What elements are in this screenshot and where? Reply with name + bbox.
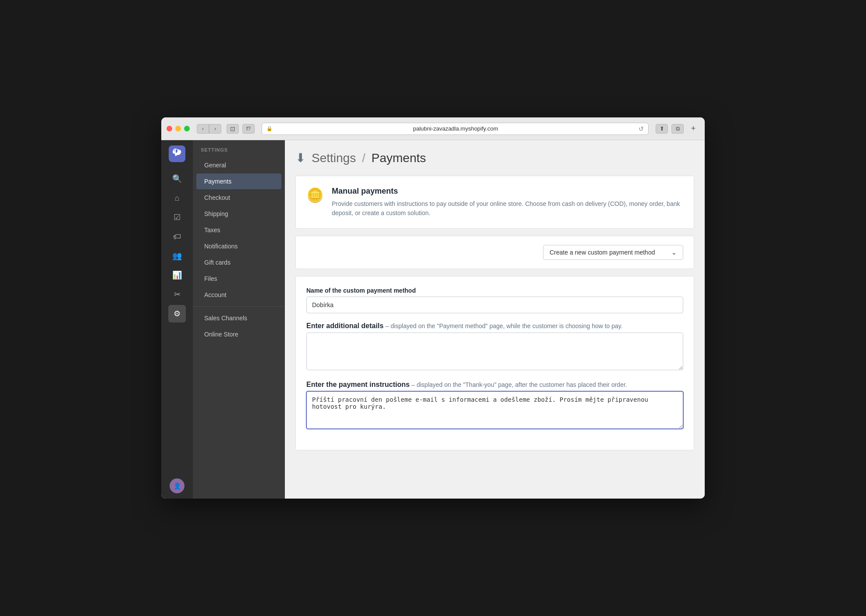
back-button[interactable]: ‹: [197, 124, 209, 134]
create-payment-section: Create a new custom payment method ⌄: [295, 236, 694, 269]
address-icon[interactable]: f?: [242, 124, 255, 134]
sidebar-item-home[interactable]: ⌂: [168, 189, 186, 207]
add-tab-button[interactable]: +: [687, 124, 699, 134]
additional-details-hint: – displayed on the "Payment method" page…: [385, 322, 622, 329]
additional-details-textarea[interactable]: [306, 333, 683, 370]
settings-item-payments[interactable]: Payments: [196, 173, 281, 189]
page-header: ⬇ Settings / Payments: [295, 151, 694, 165]
payment-instructions-textarea[interactable]: [306, 391, 683, 429]
create-dropdown-label: Create a new custom payment method: [550, 249, 655, 256]
traffic-lights: [167, 126, 190, 131]
manual-payments-title: Manual payments: [332, 187, 683, 196]
settings-sidebar: SETTINGS General Payments Checkout Shipp…: [193, 140, 285, 499]
name-field-input[interactable]: [306, 297, 683, 313]
settings-item-notifications[interactable]: Notifications: [196, 238, 281, 254]
settings-item-taxes[interactable]: Taxes: [196, 222, 281, 238]
tab-button[interactable]: ⧉: [671, 124, 684, 134]
lock-icon: 🔒: [266, 126, 273, 131]
manual-payments-description: Provide customers with instructions to p…: [332, 199, 683, 218]
sidebar-item-search[interactable]: 🔍: [168, 170, 186, 188]
shopify-logo[interactable]: [169, 145, 185, 162]
titlebar: ‹ › ⊡ f? 🔒 palubni-zavazadla.myshopify.c…: [161, 117, 705, 140]
name-field-label: Name of the custom payment method: [306, 287, 683, 294]
url-text: palubni-zavazadla.myshopify.com: [275, 125, 636, 132]
dropdown-chevron-icon: ⌄: [671, 249, 677, 256]
icon-sidebar: 🔍 ⌂ ☑ 🏷 👥 📊 ✂ ⚙ 👤: [161, 140, 193, 499]
close-button[interactable]: [167, 126, 172, 131]
payment-instructions-hint: – displayed on the "Thank-you" page, aft…: [412, 381, 627, 388]
settings-item-general[interactable]: General: [196, 157, 281, 173]
breadcrumb-current: Payments: [372, 151, 426, 165]
sidebar-item-settings[interactable]: ⚙: [168, 305, 186, 322]
name-field-group: Name of the custom payment method: [306, 287, 683, 313]
minimize-button[interactable]: [175, 126, 181, 131]
payment-form-card: Name of the custom payment method Enter …: [295, 276, 694, 450]
settings-item-online-store[interactable]: Online Store: [196, 326, 281, 342]
manual-payments-card: 🪙 Manual payments Provide customers with…: [295, 176, 694, 229]
manual-payments-content: Manual payments Provide customers with i…: [332, 187, 683, 218]
reload-button[interactable]: ↺: [639, 125, 644, 132]
payment-instructions-label-container: Enter the payment instructions – display…: [306, 381, 683, 389]
sidebar-item-apps[interactable]: ✂: [168, 286, 186, 303]
payments-header-icon: ⬇: [295, 151, 305, 165]
share-button[interactable]: ⬆: [656, 124, 668, 134]
sidebar-item-customers[interactable]: 👥: [168, 247, 186, 265]
sidebar-item-orders[interactable]: ☑: [168, 209, 186, 226]
additional-details-label: Enter additional details: [306, 322, 383, 329]
sidebar-item-products[interactable]: 🏷: [168, 228, 186, 245]
create-payment-dropdown[interactable]: Create a new custom payment method ⌄: [543, 245, 683, 260]
breadcrumb-parent[interactable]: Settings: [312, 151, 356, 165]
settings-section-label: SETTINGS: [193, 147, 285, 157]
additional-details-label-container: Enter additional details – displayed on …: [306, 322, 683, 330]
address-bar[interactable]: 🔒 palubni-zavazadla.myshopify.com ↺: [262, 123, 649, 135]
manual-payments-icon: 🪙: [306, 187, 324, 203]
avatar[interactable]: 👤: [170, 478, 185, 493]
payment-instructions-label: Enter the payment instructions: [306, 381, 410, 388]
settings-item-account[interactable]: Account: [196, 287, 281, 303]
page-title: Settings / Payments: [312, 151, 426, 165]
sidebar-item-analytics[interactable]: 📊: [168, 266, 186, 284]
forward-button[interactable]: ›: [209, 124, 221, 134]
settings-item-shipping[interactable]: Shipping: [196, 206, 281, 222]
settings-item-sales-channels[interactable]: Sales Channels: [196, 310, 281, 326]
main-content: ⬇ Settings / Payments 🪙 Manual payments …: [285, 140, 705, 499]
settings-item-files[interactable]: Files: [196, 271, 281, 287]
maximize-button[interactable]: [184, 126, 190, 131]
additional-details-group: Enter additional details – displayed on …: [306, 322, 683, 372]
sidebar-toggle-button[interactable]: ⊡: [227, 124, 239, 134]
payment-instructions-group: Enter the payment instructions – display…: [306, 381, 683, 431]
settings-item-checkout[interactable]: Checkout: [196, 190, 281, 205]
sidebar-divider: [193, 306, 285, 307]
settings-item-giftcards[interactable]: Gift cards: [196, 255, 281, 270]
